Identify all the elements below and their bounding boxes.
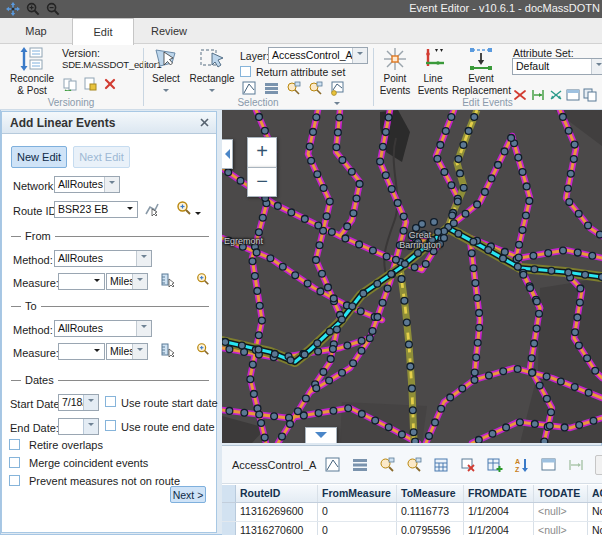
- sort-icon[interactable]: A Z: [514, 457, 530, 473]
- from-method-label: Method:: [13, 254, 53, 266]
- collapse-panel-button[interactable]: [222, 139, 233, 169]
- layer-dropdown[interactable]: AccessControl_A: [268, 47, 368, 64]
- point-events-button[interactable]: Point Events: [376, 46, 414, 97]
- column-header-FromMeasure[interactable]: FromMeasure: [318, 485, 397, 502]
- start-date-caret-button[interactable]: [83, 395, 98, 410]
- event-replacement-button[interactable]: Event Replacement: [452, 46, 510, 97]
- network-dropdown-button[interactable]: [104, 177, 119, 192]
- post-icon[interactable]: [83, 77, 97, 91]
- tab-review[interactable]: Review: [140, 18, 198, 44]
- from-measure-on-map-icon[interactable]: [160, 272, 176, 288]
- from-units-dropdown-button[interactable]: [132, 274, 147, 289]
- attribute-table-panel: AccessControl_A: [222, 445, 602, 535]
- from-measure-label: Measure:: [13, 277, 59, 289]
- reconcile-post-button[interactable]: Reconcile & Post: [6, 46, 58, 97]
- reconcile-post-label: Reconcile & Post: [6, 73, 58, 97]
- attribute-set-dropdown-button[interactable]: [591, 59, 602, 74]
- column-header-TODATE[interactable]: TODATE: [534, 485, 588, 502]
- zoom-to-selection-icon[interactable]: [379, 457, 395, 473]
- end-date-picker[interactable]: [58, 418, 99, 435]
- select-by-shape-icon[interactable]: [242, 81, 257, 96]
- to-measure-dropdown[interactable]: [58, 343, 105, 360]
- delete-version-icon[interactable]: [103, 77, 117, 91]
- row-selector[interactable]: [222, 485, 236, 502]
- map-view[interactable]: Egremont Great Barrington + −: [222, 110, 602, 443]
- to-method-dropdown[interactable]: AllRoutes: [54, 320, 152, 337]
- table-row[interactable]: 1131626960000.11167731/1/2004<null>No: [222, 503, 602, 522]
- start-date-picker[interactable]: 7/18/: [58, 394, 99, 411]
- tab-map[interactable]: Map: [8, 18, 64, 44]
- route-zoom-caret[interactable]: [195, 212, 201, 218]
- from-method-dropdown-button[interactable]: [136, 251, 151, 266]
- column-header-ToMeasure[interactable]: ToMeasure: [397, 485, 464, 502]
- rectangle-label: Rectangle: [188, 73, 236, 85]
- new-edit-button[interactable]: New Edit: [11, 146, 67, 168]
- from-measure-dropdown-button[interactable]: [89, 274, 104, 289]
- pan-to-selection-icon[interactable]: [308, 81, 323, 96]
- table-cell: 11316269600: [236, 503, 318, 521]
- from-units-dropdown[interactable]: Miles: [106, 273, 148, 290]
- zoom-out-icon[interactable]: [46, 2, 60, 16]
- select-button[interactable]: Select: [146, 46, 186, 98]
- use-route-end-date-checkbox[interactable]: [105, 420, 116, 431]
- route-zoom-icon[interactable]: [176, 200, 192, 216]
- line-events-button[interactable]: Line Events: [415, 46, 451, 97]
- rectangle-dropdown-caret: [209, 89, 215, 95]
- rectangle-button[interactable]: Rectangle: [188, 46, 236, 98]
- tab-edit[interactable]: Edit: [72, 18, 134, 45]
- map-zoom-in-button[interactable]: +: [247, 137, 277, 167]
- to-measure-dropdown-button[interactable]: [89, 344, 104, 359]
- table-row[interactable]: 1131627060000.07955961/1/2004<null>No: [222, 522, 602, 535]
- from-method-dropdown[interactable]: AllRoutes: [54, 250, 152, 267]
- next-edit-button[interactable]: Next Edit: [73, 146, 130, 168]
- collapse-table-button[interactable]: [305, 427, 337, 443]
- end-date-caret-button[interactable]: [83, 419, 98, 434]
- selection-list-icon[interactable]: [352, 457, 368, 473]
- return-attribute-set-checkbox[interactable]: [240, 66, 251, 77]
- retire-overlaps-checkbox[interactable]: [9, 439, 20, 450]
- to-units-dropdown-button[interactable]: [132, 344, 147, 359]
- table-cell: 0: [318, 503, 397, 521]
- column-header-RouteID[interactable]: RouteID: [236, 485, 318, 502]
- row-selector[interactable]: [222, 522, 236, 535]
- column-header-FROMDATE[interactable]: FROMDATE: [464, 485, 534, 502]
- merge-coincident-events-checkbox[interactable]: [9, 457, 20, 468]
- from-measure-zoom-icon[interactable]: [196, 272, 210, 286]
- zoom-in-icon[interactable]: [26, 2, 40, 16]
- to-measure-zoom-icon[interactable]: [196, 342, 210, 356]
- field-calculator-icon[interactable]: [433, 457, 449, 473]
- table-layer-name: AccessControl_A: [232, 459, 316, 471]
- move-measures-icon[interactable]: [568, 457, 584, 473]
- add-records-icon[interactable]: [487, 457, 503, 473]
- use-route-start-date-checkbox[interactable]: [105, 396, 116, 407]
- layer-dropdown-button[interactable]: [352, 48, 367, 63]
- attribute-window-icon[interactable]: [541, 457, 557, 473]
- prevent-measures-checkbox[interactable]: [9, 475, 20, 486]
- clear-selection-icon[interactable]: [460, 457, 476, 473]
- route-id-dropdown-button[interactable]: [122, 202, 137, 217]
- selection-list-icon[interactable]: [264, 81, 279, 96]
- route-select-on-map-icon[interactable]: [144, 201, 160, 217]
- retire-overlaps-label: Retire overlaps: [29, 439, 103, 451]
- to-measure-on-map-icon[interactable]: [160, 342, 176, 358]
- from-measure-dropdown[interactable]: [58, 273, 105, 290]
- zoom-to-selection-icon[interactable]: [286, 81, 301, 96]
- next-button[interactable]: Next >: [170, 486, 206, 503]
- column-header-ACCESS[interactable]: ACCESS: [588, 485, 602, 502]
- reconcile-icon[interactable]: [63, 77, 77, 91]
- save-button[interactable]: Save: [595, 455, 602, 475]
- row-selector[interactable]: [222, 503, 236, 521]
- select-layer-icon[interactable]: [330, 81, 345, 96]
- layer-label: Layer:: [240, 50, 269, 62]
- map-zoom-out-button[interactable]: −: [247, 167, 277, 197]
- route-id-dropdown[interactable]: BSR23 EB: [54, 201, 138, 218]
- network-dropdown[interactable]: AllRoutes: [54, 176, 120, 193]
- to-method-dropdown-button[interactable]: [136, 321, 151, 336]
- pan-icon[interactable]: [6, 2, 20, 16]
- select-by-shape-icon[interactable]: [325, 457, 341, 473]
- attribute-set-dropdown[interactable]: Default: [512, 58, 602, 75]
- to-units-dropdown[interactable]: Miles: [106, 343, 148, 360]
- pan-to-selection-icon[interactable]: [406, 457, 422, 473]
- line-events-icon: [420, 46, 446, 72]
- close-icon[interactable]: [198, 116, 211, 129]
